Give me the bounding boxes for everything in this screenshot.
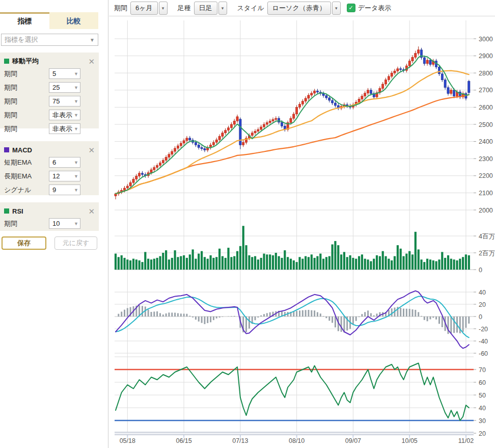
param-row: シグナル 9▼ bbox=[4, 183, 95, 197]
data-display-checkbox[interactable]: ✓ bbox=[347, 4, 355, 12]
period-dropdown-value[interactable]: 6ヶ月 bbox=[130, 2, 158, 15]
svg-text:30: 30 bbox=[479, 417, 486, 425]
rsi-period-select[interactable]: 10▼ bbox=[49, 218, 80, 229]
svg-text:06/15: 06/15 bbox=[176, 437, 191, 444]
svg-text:2600: 2600 bbox=[479, 104, 493, 111]
rsi-color-swatch bbox=[4, 208, 9, 214]
bartype-dropdown-value[interactable]: 日足 bbox=[194, 2, 217, 15]
style-dropdown-value[interactable]: ローソク（赤青） bbox=[267, 2, 331, 15]
chevron-down-icon: ▼ bbox=[74, 221, 78, 226]
period-dropdown: 6ヶ月 ▾ bbox=[130, 2, 168, 15]
chevron-down-icon: ▼ bbox=[74, 188, 78, 193]
svg-text:50: 50 bbox=[479, 392, 486, 399]
panel-title: MACD bbox=[12, 146, 32, 154]
sidebar-tabs: 指標 比較 bbox=[0, 12, 98, 29]
svg-text:2100: 2100 bbox=[479, 190, 493, 197]
chevron-down-icon: ▼ bbox=[74, 113, 78, 118]
svg-text:0: 0 bbox=[479, 267, 482, 274]
style-dropdown: ローソク（赤青） ▾ bbox=[267, 2, 341, 15]
svg-text:2700: 2700 bbox=[479, 87, 493, 94]
period-label: 期間 bbox=[114, 4, 127, 13]
save-button[interactable]: 保存 bbox=[2, 236, 46, 250]
param-row: 期間 25▼ bbox=[4, 81, 95, 94]
chevron-down-icon[interactable]: ▾ bbox=[332, 2, 341, 15]
param-row: 期間 75▼ bbox=[4, 94, 95, 108]
chevron-down-icon: ▼ bbox=[90, 37, 95, 43]
panel-moving-average: 移動平均 ✕ 期間 5▼ 期間 25▼ 期間 75▼ 期間 非表示▼ 期間 非表… bbox=[0, 52, 99, 128]
reset-button[interactable]: 元に戻す bbox=[54, 236, 97, 250]
panel-title: 移動平均 bbox=[12, 57, 39, 66]
macd-short-ema-select[interactable]: 6▼ bbox=[49, 157, 80, 168]
close-icon[interactable]: ✕ bbox=[88, 207, 95, 215]
macd-color-swatch bbox=[4, 147, 9, 152]
svg-text:3000: 3000 bbox=[479, 36, 493, 43]
svg-text:11/02: 11/02 bbox=[458, 437, 474, 444]
svg-text:-40: -40 bbox=[479, 338, 488, 345]
svg-text:-60: -60 bbox=[479, 350, 488, 357]
ma-period-2-select[interactable]: 25▼ bbox=[49, 82, 80, 93]
indicator-sidebar: 指標 比較 指標を選択 ▼ 移動平均 ✕ 期間 5▼ 期間 25▼ 期間 75▼… bbox=[0, 0, 108, 448]
panel-title: RSI bbox=[12, 207, 23, 215]
svg-text:0: 0 bbox=[479, 313, 482, 321]
param-label: 期間 bbox=[4, 83, 49, 92]
ma-color-swatch bbox=[4, 59, 9, 64]
svg-text:2800: 2800 bbox=[479, 70, 493, 77]
chart-toolbar: 期間 6ヶ月 ▾ 足種 日足 ▾ スタイル ローソク（赤青） ▾ ✓ データ表示 bbox=[109, 0, 495, 16]
param-row: 期間 10▼ bbox=[4, 217, 95, 230]
param-label: 期間 bbox=[4, 124, 49, 134]
svg-text:40: 40 bbox=[479, 289, 486, 296]
ma-period-3-select[interactable]: 75▼ bbox=[49, 96, 80, 107]
svg-text:2百万: 2百万 bbox=[479, 250, 495, 257]
param-label: 期間 bbox=[4, 219, 49, 228]
ma-period-1-select[interactable]: 5▼ bbox=[49, 68, 80, 79]
chart-area[interactable]: 05/1806/1507/1308/1009/0710/0511/0230002… bbox=[109, 0, 495, 448]
svg-text:10/05: 10/05 bbox=[402, 437, 418, 444]
chevron-down-icon[interactable]: ▾ bbox=[218, 2, 227, 15]
param-label: 期間 bbox=[4, 97, 49, 106]
chevron-down-icon: ▼ bbox=[74, 160, 78, 165]
tab-indicators[interactable]: 指標 bbox=[0, 12, 49, 29]
svg-text:08/10: 08/10 bbox=[289, 437, 305, 444]
param-row: 短期EMA 6▼ bbox=[4, 155, 95, 169]
svg-text:-20: -20 bbox=[479, 326, 488, 333]
svg-text:2300: 2300 bbox=[479, 155, 493, 163]
bartype-dropdown: 日足 ▾ bbox=[194, 2, 227, 15]
tab-compare[interactable]: 比較 bbox=[49, 12, 99, 29]
svg-text:2200: 2200 bbox=[479, 172, 493, 179]
ma-period-5-select[interactable]: 非表示▼ bbox=[49, 123, 80, 134]
svg-text:40: 40 bbox=[479, 405, 486, 412]
chevron-down-icon: ▼ bbox=[74, 126, 78, 131]
close-icon[interactable]: ✕ bbox=[88, 146, 95, 154]
panel-rsi: RSI ✕ 期間 10▼ bbox=[0, 202, 99, 231]
svg-text:60: 60 bbox=[479, 379, 486, 386]
indicator-select[interactable]: 指標を選択 ▼ bbox=[1, 34, 98, 46]
param-label: 期間 bbox=[4, 111, 49, 120]
svg-text:2000: 2000 bbox=[479, 207, 493, 214]
svg-text:2500: 2500 bbox=[479, 121, 493, 128]
param-label: 短期EMA bbox=[4, 158, 49, 167]
svg-text:09/07: 09/07 bbox=[345, 437, 361, 444]
param-label: 長期EMA bbox=[4, 172, 49, 181]
bartype-label: 足種 bbox=[178, 4, 191, 13]
ma-period-4-select[interactable]: 非表示▼ bbox=[49, 110, 80, 120]
param-row: 期間 非表示▼ bbox=[4, 108, 95, 122]
param-label: シグナル bbox=[4, 186, 49, 195]
panel-macd: MACD ✕ 短期EMA 6▼ 長期EMA 12▼ シグナル 9▼ bbox=[0, 141, 99, 195]
macd-signal-select[interactable]: 9▼ bbox=[49, 185, 80, 195]
chevron-down-icon[interactable]: ▾ bbox=[159, 2, 168, 15]
param-row: 長期EMA 12▼ bbox=[4, 169, 95, 183]
price-volume-macd-rsi-chart[interactable]: 05/1806/1507/1308/1009/0710/0511/0230002… bbox=[109, 0, 495, 448]
chevron-down-icon: ▼ bbox=[74, 71, 78, 76]
chevron-down-icon: ▼ bbox=[74, 99, 78, 104]
macd-long-ema-select[interactable]: 12▼ bbox=[49, 171, 80, 181]
chevron-down-icon: ▼ bbox=[74, 85, 78, 90]
param-row: 期間 5▼ bbox=[4, 67, 95, 81]
chevron-down-icon: ▼ bbox=[74, 174, 78, 179]
style-label: スタイル bbox=[237, 4, 264, 13]
svg-text:20: 20 bbox=[479, 301, 486, 308]
svg-text:2400: 2400 bbox=[479, 138, 493, 145]
close-icon[interactable]: ✕ bbox=[88, 58, 95, 65]
param-row: 期間 非表示▼ bbox=[4, 122, 95, 136]
data-display-label: データ表示 bbox=[358, 4, 392, 13]
svg-text:2900: 2900 bbox=[479, 52, 493, 60]
